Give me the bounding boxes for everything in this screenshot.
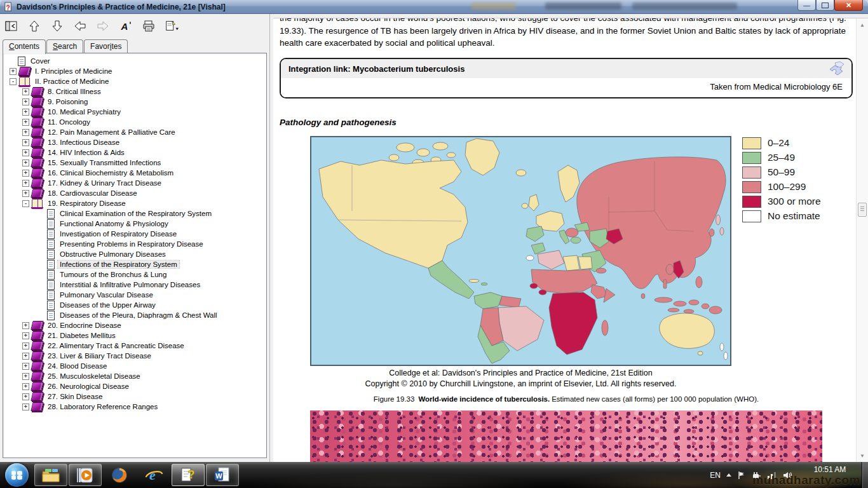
taskbar-firefox-button[interactable]	[103, 464, 136, 486]
tree-item[interactable]: +17. Kidney & Urinary Tract Disease	[4, 178, 265, 188]
close-button[interactable]: ✕	[834, 0, 863, 11]
expand-plus-icon[interactable]: +	[22, 363, 29, 370]
title-bar[interactable]: ? Davidson's Principles & Practice of Me…	[0, 0, 868, 14]
scroll-up-icon[interactable]: ▲	[857, 20, 868, 30]
book-icon	[31, 168, 43, 177]
tree-item[interactable]: Diseases of the Upper Airway	[4, 300, 265, 310]
print-button[interactable]	[141, 18, 156, 34]
tree-item[interactable]: Obstructive Pulmonary Diseases	[4, 249, 265, 259]
tree-item-respiratory[interactable]: -19. Respiratory Disease	[4, 198, 265, 208]
tree-item[interactable]: +10. Medical Psychiatry	[4, 107, 265, 117]
expand-plus-icon[interactable]: +	[22, 159, 29, 166]
tree-item[interactable]: Interstitial & Infiltrative Pulmonary Di…	[4, 280, 265, 290]
expand-minus-icon[interactable]: -	[10, 78, 17, 85]
tree-item[interactable]: +8. Critical Illness	[4, 86, 265, 97]
minimize-button[interactable]: —	[797, 0, 816, 11]
expand-plus-icon[interactable]: +	[22, 88, 29, 95]
tree-item[interactable]: +20. Endocrine Disease	[4, 320, 265, 330]
tree-item[interactable]: Pulmonary Vascular Disease	[4, 290, 265, 300]
tree-item[interactable]: +14. HIV Infection & Aids	[4, 147, 265, 158]
legend-swatch	[742, 152, 761, 164]
forward-button[interactable]	[95, 18, 111, 34]
tree-item[interactable]: +18. Cardiovascular Disease	[4, 188, 265, 198]
tree-item-label: 21. Diabetes Mellitus	[46, 332, 118, 339]
show-hidden-icons-chevron[interactable]	[726, 473, 731, 477]
book-icon	[31, 148, 43, 157]
expand-plus-icon[interactable]: +	[22, 393, 29, 400]
tree-item[interactable]: +28. Laboratory Reference Ranges	[4, 402, 265, 412]
expand-plus-icon[interactable]: +	[22, 322, 29, 329]
expand-minus-icon[interactable]: -	[22, 200, 29, 207]
tree-item[interactable]: Tumours of the Bronchus & Lung	[4, 269, 265, 280]
tree-item-selected[interactable]: Infections of the Respiratory System	[4, 259, 265, 269]
expand-plus-icon[interactable]: +	[22, 332, 29, 339]
taskbar-media-player-button[interactable]	[69, 464, 102, 486]
tree-item[interactable]: +12. Pain Management & Palliative Care	[4, 127, 265, 137]
expand-plus-icon[interactable]: +	[22, 170, 29, 177]
language-indicator[interactable]: EN	[710, 471, 721, 480]
tree-item[interactable]: +27. Skin Disease	[4, 391, 265, 402]
expand-plus-icon[interactable]: +	[22, 342, 29, 349]
show-desktop-button[interactable]	[862, 462, 868, 488]
tab-favorites[interactable]: Favorites	[84, 39, 128, 53]
page-icon	[47, 250, 55, 259]
book-icon	[31, 158, 43, 167]
tree-item[interactable]: +13. Infectious Disease	[4, 137, 265, 147]
tree-item[interactable]: +24. Blood Disease	[4, 361, 265, 371]
expand-plus-icon[interactable]: +	[22, 109, 29, 116]
action-center-flag-icon[interactable]	[737, 471, 746, 480]
tree-item[interactable]: Investigation of Respiratory Disease	[4, 229, 265, 239]
tree-item[interactable]: +9. Poisoning	[4, 97, 265, 107]
tree-item[interactable]: +15. Sexually Transmitted Infections	[4, 158, 265, 168]
start-button[interactable]	[5, 463, 29, 487]
expand-plus-icon[interactable]: +	[22, 190, 29, 197]
taskbar-ie-button[interactable]: e	[137, 464, 170, 486]
taskbar-word-button[interactable]: W	[206, 464, 239, 486]
tree-item[interactable]: +25. Musculoskeletal Disease	[4, 371, 265, 381]
scroll-down-icon[interactable]: ▼	[857, 451, 868, 461]
tree-item[interactable]: Presenting Problems in Respiratory Disea…	[4, 239, 265, 249]
tree-item-principles[interactable]: +I. Principles of Medicine	[4, 66, 265, 76]
integration-link-box[interactable]: Integration link: Mycobacterium tubercul…	[280, 58, 853, 98]
content-scrollbar[interactable]: ▲ ▼	[856, 18, 868, 462]
expand-plus-icon[interactable]: +	[22, 383, 29, 390]
expand-plus-icon[interactable]: +	[22, 129, 29, 136]
expand-plus-icon[interactable]: +	[22, 373, 29, 380]
book-icon	[31, 107, 43, 116]
tree-item[interactable]: +21. Diabetes Mellitus	[4, 330, 265, 341]
topic-pane[interactable]: the majority of cases occur in the world…	[273, 18, 868, 462]
tree-item[interactable]: +23. Liver & Biliary Tract Disease	[4, 351, 265, 361]
expand-plus-icon[interactable]: +	[22, 180, 29, 187]
expand-plus-icon[interactable]: +	[22, 98, 29, 105]
scrollbar-thumb[interactable]	[858, 203, 867, 217]
expand-plus-icon[interactable]: +	[22, 119, 29, 126]
tree-item[interactable]: +22. Alimentary Tract & Pancreatic Disea…	[4, 341, 265, 351]
up-arrow-button[interactable]	[27, 18, 42, 34]
maximize-button[interactable]	[816, 0, 834, 11]
expand-plus-icon[interactable]: +	[22, 139, 29, 146]
taskbar-help-viewer-button[interactable]: ?	[172, 464, 205, 486]
hide-panel-button[interactable]	[4, 18, 19, 34]
taskbar-clock[interactable]: 10:51 AM	[801, 465, 859, 474]
tree-item[interactable]: Functional Anatomy & Physiology	[4, 219, 265, 229]
tree-item-practice[interactable]: -II. Practice of Medicine	[4, 76, 265, 86]
tree-item[interactable]: +16. Clinical Biochemistry & Metabolism	[4, 168, 265, 178]
down-arrow-button[interactable]	[50, 18, 65, 34]
expand-plus-icon[interactable]: +	[22, 149, 29, 156]
integration-link-title[interactable]: Integration link: Mycobacterium tubercul…	[281, 59, 851, 78]
expand-plus-icon[interactable]: +	[10, 68, 17, 75]
tree-item[interactable]: Clinical Examination of the Respiratory …	[4, 208, 265, 219]
contents-tree[interactable]: Cover +I. Principles of Medicine -II. Pr…	[3, 53, 267, 458]
back-button[interactable]	[72, 18, 88, 34]
options-button[interactable]	[164, 18, 179, 34]
tab-search[interactable]: Search	[46, 39, 83, 53]
tree-item[interactable]: Diseases of the Pleura, Diaphragm & Ches…	[4, 310, 265, 320]
expand-plus-icon[interactable]: +	[22, 353, 29, 360]
font-size-button[interactable]: A	[118, 18, 133, 34]
tree-item[interactable]: +26. Neurological Disease	[4, 381, 265, 391]
expand-plus-icon[interactable]: +	[22, 403, 29, 410]
tab-contents[interactable]: Contents	[3, 39, 46, 54]
tree-item-cover[interactable]: Cover	[4, 56, 265, 66]
taskbar-explorer-button[interactable]	[34, 464, 67, 486]
tree-item[interactable]: +11. Oncology	[4, 117, 265, 127]
